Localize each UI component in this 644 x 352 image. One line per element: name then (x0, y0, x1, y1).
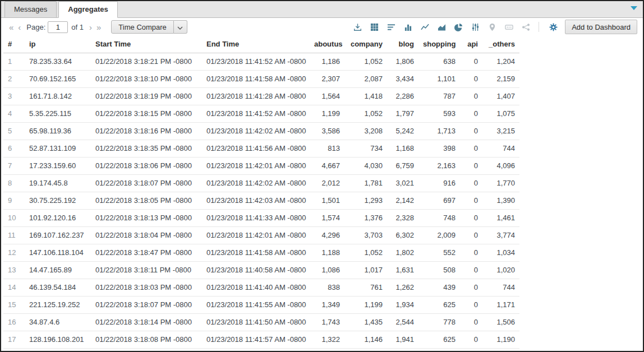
tab-messages[interactable]: Messages (4, 1, 57, 18)
cell-aboutus: 1,501 (310, 192, 344, 209)
column-header-num[interactable]: # (3, 36, 25, 53)
cell-end_time: 01/23/2018 11:41:58 AM -0800 (202, 244, 310, 261)
column-header-ip[interactable]: ip (25, 36, 91, 53)
column-header-start_time[interactable]: Start Time (91, 36, 202, 53)
table-row[interactable]: 1446.139.54.18401/22/2018 3:18:03 PM -08… (3, 279, 519, 296)
toolbar: « ‹ Page: of 1 › » Time Compare A (1, 18, 643, 36)
cell-end_time: 01/23/2018 11:42:01 AM -0800 (202, 157, 310, 174)
cell-aboutus: 1,186 (310, 53, 344, 70)
cell-shopping: 638 (418, 53, 460, 70)
add-to-dashboard-button[interactable]: Add to Dashboard (565, 20, 637, 34)
table-row[interactable]: 1314.47.165.8901/22/2018 3:18:11 PM -080… (3, 261, 519, 279)
line-chart-button[interactable] (417, 20, 432, 34)
column-header-aboutus[interactable]: aboutus (310, 36, 344, 53)
table-row[interactable]: 11169.107.162.23701/22/2018 3:18:04 PM -… (3, 226, 519, 244)
cell-blog: 1,934 (387, 296, 418, 313)
node-link-button (518, 20, 533, 34)
export-button[interactable] (350, 20, 365, 34)
table-row[interactable]: 45.35.225.11501/22/2018 3:18:15 PM -0800… (3, 105, 519, 122)
table-button[interactable] (367, 20, 381, 34)
cell-aboutus: 2,307 (310, 70, 344, 87)
table-row[interactable]: 178.235.33.6401/22/2018 3:18:21 PM -0800… (3, 53, 519, 70)
cell-shopping: 593 (418, 105, 460, 122)
cell-aboutus: 813 (310, 140, 344, 157)
cell-_others: 1,075 (482, 105, 519, 122)
cell-blog: 3,021 (387, 174, 418, 192)
first-page-button[interactable]: « (7, 23, 16, 31)
cell-_others: 1,034 (482, 244, 519, 261)
cell-api: 0 (460, 174, 482, 192)
cell-end_time: 01/23/2018 11:41:33 AM -0800 (202, 209, 310, 226)
pie-chart-button[interactable] (451, 20, 466, 34)
cell-ip: 17.233.159.60 (25, 157, 91, 174)
tab-aggregates[interactable]: Aggregates (58, 1, 118, 18)
table-row[interactable]: 930.75.225.19201/22/2018 3:18:05 PM -080… (3, 192, 519, 209)
cell-num: 12 (3, 244, 25, 261)
column-chart-button[interactable] (401, 20, 415, 34)
export-icon (353, 23, 362, 31)
last-page-button[interactable]: » (94, 23, 103, 31)
cell-start_time: 01/22/2018 3:18:16 PM -0800 (91, 122, 202, 140)
chevron-down-icon (177, 22, 183, 32)
cell-aboutus: 1,743 (310, 313, 344, 331)
cell-start_time: 01/22/2018 3:18:08 PM -0800 (91, 331, 202, 348)
value-display-button (502, 20, 516, 34)
area-chart-button[interactable] (434, 20, 449, 34)
prev-page-button[interactable]: ‹ (16, 23, 23, 31)
table-row[interactable]: 717.233.159.6001/22/2018 3:18:06 PM -080… (3, 157, 519, 174)
settings-button[interactable] (546, 20, 560, 34)
cell-num: 13 (3, 261, 25, 279)
cell-ip: 34.87.4.6 (25, 313, 91, 331)
map-pin-icon (488, 23, 496, 31)
table-row[interactable]: 10101.92.120.1601/22/2018 3:18:13 PM -08… (3, 209, 519, 226)
cell-aboutus: 1,199 (310, 105, 344, 122)
table-row[interactable]: 12147.106.118.10401/22/2018 3:18:47 PM -… (3, 244, 519, 261)
cell-api: 0 (460, 209, 482, 226)
cell-num: 2 (3, 70, 25, 87)
page-input[interactable] (48, 21, 68, 33)
cell-_others: 744 (482, 140, 519, 157)
column-header-end_time[interactable]: End Time (202, 36, 310, 53)
cell-ip: 161.71.8.142 (25, 87, 91, 105)
table-row[interactable]: 3161.71.8.14201/22/2018 3:18:19 PM -0800… (3, 87, 519, 105)
table-row[interactable]: 652.87.131.10901/22/2018 3:18:35 PM -080… (3, 140, 519, 157)
cell-start_time: 01/22/2018 3:18:07 PM -0800 (91, 296, 202, 313)
table-row[interactable]: 15221.125.19.25201/22/2018 3:18:07 PM -0… (3, 296, 519, 313)
table-row[interactable]: 819.174.45.801/22/2018 3:18:07 PM -08000… (3, 174, 519, 192)
cell-num: 4 (3, 105, 25, 122)
cell-_others: 1,190 (482, 331, 519, 348)
collapse-panel-icon[interactable] (631, 6, 637, 10)
time-compare-button[interactable]: Time Compare (111, 20, 173, 34)
table-row[interactable]: 17128.196.108.20101/22/2018 3:18:08 PM -… (3, 331, 519, 348)
cell-shopping: 2,009 (418, 226, 460, 244)
time-compare-dropdown-button[interactable] (174, 20, 187, 34)
table-row[interactable]: 565.98.119.3601/22/2018 3:18:16 PM -0800… (3, 122, 519, 140)
cell-end_time: 01/23/2018 11:41:58 AM -0800 (202, 70, 310, 87)
next-page-button[interactable]: › (87, 23, 94, 31)
column-header-_others[interactable]: _others (482, 36, 519, 53)
cell-shopping: 787 (418, 87, 460, 105)
table-row[interactable]: 270.69.152.16501/22/2018 3:18:10 PM -080… (3, 70, 519, 87)
list-button[interactable] (384, 20, 398, 34)
cell-api: 0 (460, 70, 482, 87)
cell-end_time: 01/23/2018 11:41:57 AM -0800 (202, 331, 310, 348)
table-row[interactable]: 1634.87.4.601/22/2018 3:18:14 PM -080001… (3, 313, 519, 331)
cell-company: 1,293 (344, 192, 387, 209)
cell-blog: 1,262 (387, 279, 418, 296)
equalizer-button[interactable] (468, 20, 482, 34)
column-header-company[interactable]: company (344, 36, 387, 53)
cell-_others: 1,020 (482, 261, 519, 279)
cell-shopping: 552 (418, 244, 460, 261)
column-header-shopping[interactable]: shopping (418, 36, 460, 53)
cell-start_time: 01/22/2018 3:18:19 PM -0800 (91, 87, 202, 105)
column-header-api[interactable]: api (460, 36, 482, 53)
cell-blog: 1,797 (387, 105, 418, 122)
cell-aboutus: 838 (310, 279, 344, 296)
column-header-blog[interactable]: blog (387, 36, 418, 53)
cell-shopping: 439 (418, 279, 460, 296)
cell-num: 7 (3, 157, 25, 174)
cell-start_time: 01/22/2018 3:18:15 PM -0800 (91, 105, 202, 122)
pagination: « ‹ Page: of 1 › » (7, 21, 103, 33)
cell-blog: 2,142 (387, 192, 418, 209)
cell-shopping: 748 (418, 209, 460, 226)
